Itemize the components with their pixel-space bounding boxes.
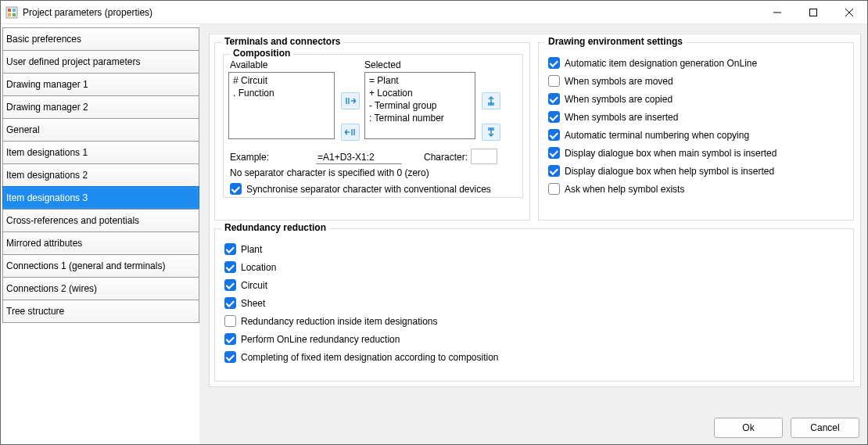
sidebar-item-label: Drawing manager 1 — [6, 79, 88, 90]
group-composition: Composition Available Selected # Circuit… — [223, 54, 523, 198]
sidebar-item-label: Connections 1 (general and terminals) — [6, 260, 165, 271]
group-title-terminals: Terminals and connectors — [221, 36, 343, 47]
checkbox-row[interactable]: Sheet — [224, 294, 845, 312]
checkbox-row[interactable]: Redundancy reduction inside item designa… — [224, 312, 845, 330]
character-input[interactable] — [471, 149, 497, 164]
checkbox-row[interactable]: Ask when help symbol exists — [548, 180, 845, 198]
sidebar-item-label: Drawing manager 2 — [6, 102, 88, 113]
checkbox-row[interactable]: Plant — [224, 240, 845, 258]
sidebar-item[interactable]: Drawing manager 2 — [2, 95, 199, 119]
sidebar-item[interactable]: Cross-references and potentials — [2, 209, 199, 232]
checkbox-label: Display dialogue box when help symbol is… — [565, 166, 774, 177]
checkbox-label: Plant — [241, 244, 262, 255]
move-left-button[interactable] — [341, 124, 360, 141]
sync-checkbox-label: Synchronise separator character with con… — [246, 184, 491, 195]
move-up-button[interactable] — [482, 92, 500, 109]
group-redundancy: Redundancy reduction PlantLocationCircui… — [214, 228, 854, 382]
move-down-button[interactable] — [482, 124, 500, 141]
sidebar-item[interactable]: Drawing manager 1 — [2, 73, 199, 96]
checkbox[interactable] — [224, 315, 236, 327]
checkbox[interactable] — [224, 261, 236, 273]
sidebar-item[interactable]: Basic preferences — [2, 27, 199, 51]
app-icon — [5, 6, 18, 19]
list-item[interactable]: = Plant — [367, 74, 473, 87]
checkbox[interactable] — [224, 243, 236, 255]
group-terminals: Terminals and connectors Composition Ava… — [214, 42, 530, 221]
checkbox-row[interactable]: When symbols are inserted — [548, 108, 845, 126]
checkbox[interactable] — [548, 183, 560, 195]
sidebar-item[interactable]: Mirrored attributes — [2, 231, 199, 255]
checkbox-row[interactable]: Location — [224, 258, 845, 276]
group-title-drawing-env: Drawing environment settings — [545, 36, 686, 47]
checkbox-row[interactable]: Circuit — [224, 276, 845, 294]
move-right-button[interactable] — [341, 92, 360, 109]
window-title: Project parameters (properties) — [23, 7, 759, 18]
checkbox-label: When symbols are copied — [565, 94, 673, 105]
checkbox[interactable] — [548, 129, 560, 141]
list-item[interactable]: : Terminal number — [367, 112, 473, 124]
checkbox[interactable] — [224, 333, 236, 345]
sidebar-item[interactable]: Connections 2 (wires) — [2, 277, 199, 300]
checkbox-row[interactable]: Completing of fixed item designation acc… — [224, 348, 845, 366]
checkbox[interactable] — [224, 297, 236, 309]
ok-button-label: Ok — [742, 422, 754, 433]
checkbox-row[interactable]: Perform OnLine redundancy reduction — [224, 330, 845, 348]
checkbox[interactable] — [548, 111, 560, 123]
close-button[interactable] — [831, 1, 867, 23]
checkbox-row[interactable]: When symbols are copied — [548, 90, 845, 108]
checkbox[interactable] — [548, 57, 560, 69]
available-listbox[interactable]: # Circuit. Function — [228, 72, 335, 139]
sidebar-item-label: Item designations 3 — [6, 192, 88, 203]
checkbox-label: Redundancy reduction inside item designa… — [241, 316, 438, 327]
sidebar-item[interactable]: Tree structure — [2, 300, 199, 323]
svg-rect-6 — [810, 9, 817, 16]
checkbox[interactable] — [548, 93, 560, 105]
list-item[interactable]: + Location — [367, 87, 473, 99]
window-controls — [759, 1, 867, 23]
sidebar-item[interactable]: Connections 1 (general and terminals) — [2, 254, 199, 278]
checkbox[interactable] — [548, 165, 560, 177]
minimize-button[interactable] — [759, 1, 795, 23]
sidebar-item[interactable]: General — [2, 118, 199, 142]
checkbox-label: Circuit — [241, 280, 267, 291]
svg-rect-3 — [8, 13, 11, 16]
sidebar-item-label: Item designations 1 — [6, 147, 88, 158]
ok-button[interactable]: Ok — [714, 418, 783, 438]
sidebar-item-label: Basic preferences — [6, 34, 81, 45]
checkbox[interactable] — [548, 75, 560, 87]
sync-checkbox[interactable] — [230, 183, 242, 195]
checkbox[interactable] — [224, 279, 236, 291]
cancel-button[interactable]: Cancel — [791, 418, 859, 438]
checkbox-label: Completing of fixed item designation acc… — [241, 352, 499, 363]
list-item[interactable]: # Circuit — [231, 74, 332, 87]
sidebar-item-label: Mirrored attributes — [6, 238, 82, 249]
checkbox-row[interactable]: Automatic terminal numbering when copyin… — [548, 126, 845, 144]
example-input[interactable] — [316, 150, 402, 164]
sync-checkbox-row[interactable]: Synchronise separator character with con… — [230, 180, 491, 198]
checkbox-label: Sheet — [241, 298, 265, 309]
svg-rect-4 — [13, 13, 16, 16]
checkbox[interactable] — [224, 351, 236, 363]
group-title-composition: Composition — [230, 48, 293, 59]
sidebar-item-label: Item designations 2 — [6, 170, 88, 181]
selected-listbox[interactable]: = Plant+ Location- Terminal group: Termi… — [364, 72, 475, 139]
main-panel: Terminals and connectors Composition Ava… — [199, 24, 867, 444]
checkbox-label: Ask when help symbol exists — [565, 184, 684, 195]
dialog-button-bar: Ok Cancel — [714, 418, 859, 438]
checkbox-row[interactable]: Automatic item designation generation On… — [548, 54, 845, 72]
list-item[interactable]: . Function — [231, 87, 332, 99]
checkbox-row[interactable]: Display dialogue box when main symbol is… — [548, 144, 845, 162]
checkbox-row[interactable]: When symbols are moved — [548, 72, 845, 90]
available-label: Available — [230, 59, 267, 70]
checkbox[interactable] — [548, 147, 560, 159]
maximize-button[interactable] — [795, 1, 831, 23]
sidebar-item-label: Connections 2 (wires) — [6, 283, 97, 294]
sidebar-item[interactable]: Item designations 1 — [2, 141, 199, 164]
list-item[interactable]: - Terminal group — [367, 99, 473, 112]
cancel-button-label: Cancel — [810, 422, 839, 433]
sidebar-item-label: General — [6, 124, 40, 135]
sidebar-item[interactable]: Item designations 2 — [2, 163, 199, 187]
sidebar-item[interactable]: Item designations 3 — [2, 186, 199, 210]
sidebar-item[interactable]: User defined project parameters — [2, 50, 199, 74]
checkbox-row[interactable]: Display dialogue box when help symbol is… — [548, 162, 845, 180]
